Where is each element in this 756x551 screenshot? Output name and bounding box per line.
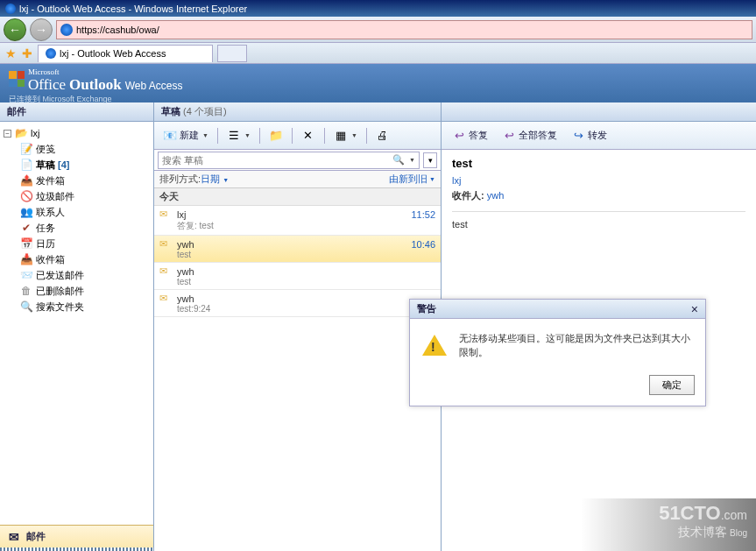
search-scope-dropdown[interactable]: ▼ [409,157,415,163]
watermark: 51CTO.com 技术博客 Blog [659,502,747,540]
search-box[interactable]: 🔍 ▼ [158,152,420,169]
search-folder-icon: 🔍 [19,300,33,314]
close-icon[interactable]: × [691,302,698,316]
junk-icon: 🚫 [19,189,33,203]
sidebar-item-calendar[interactable]: 📅日历 [18,236,152,251]
window-title: lxj - Outlook Web Access - Windows Inter… [19,4,247,14]
reply-all-icon: ↩ [502,129,516,143]
envelope-icon: ✉ [159,208,173,220]
group-header-today: 今天 [154,188,441,206]
message-to-row: 收件人: ywh [452,189,745,202]
new-button[interactable]: 📧新建▼ [158,126,214,145]
message-to: ywh [487,190,505,201]
forward-icon: ↪ [571,129,585,143]
categorize-button[interactable]: ▦▼ [329,126,363,145]
brand-microsoft: Microsoft [28,67,60,76]
view-icon: ☰ [227,129,241,143]
message-list-pane: 草稿 (4 个项目) 📧新建▼ ☰▼ 📁 ✕ ▦▼ 🖨 🔍 ▼ ▾ 排列方式 [154,102,442,551]
forward-button[interactable]: ↪转发 [566,126,612,145]
advanced-search-toggle[interactable]: ▾ [423,152,437,168]
collapse-icon[interactable]: − [4,130,11,138]
sidebar-item-junk[interactable]: 🚫垃圾邮件 [18,188,152,204]
dropdown-arrow-icon: ▼ [202,132,208,138]
address-bar[interactable] [56,20,752,39]
envelope-icon: ✉ [159,293,173,304]
sort-by-link[interactable]: 日期 ▼ [201,173,229,186]
dropdown-arrow-icon: ▼ [244,132,251,138]
search-input[interactable] [162,155,392,166]
category-icon: ▦ [334,129,348,143]
sidebar-item-deleted[interactable]: 🗑已删除邮件 [18,283,152,299]
inbox-icon: 📥 [19,252,33,266]
reply-button[interactable]: ↩答复 [447,126,493,145]
reading-toolbar: ↩答复 ↩全部答复 ↪转发 [442,122,756,150]
message-body: test [452,211,745,230]
contacts-icon: 👥 [19,205,33,219]
alert-dialog: 警告 × 无法移动某些项目。这可能是因为文件夹已达到其大小限制。 确定 [409,299,706,406]
message-from: lxj [452,175,745,186]
brand-office: Office [28,76,66,94]
sidebar-item-sent[interactable]: 📨已发送邮件 [18,267,152,283]
url-input[interactable] [76,25,748,35]
folder-sidebar: 邮件 − 📂 lxj 📝便笺 📄草稿 [4] 📤发件箱 🚫垃圾邮件 👥联系人 ✔… [0,102,154,551]
sidebar-item-tasks[interactable]: ✔任务 [18,220,152,236]
warning-icon [420,331,449,359]
ie-icon [5,4,16,14]
reply-all-button[interactable]: ↩全部答复 [497,126,562,145]
sidebar-item-notes[interactable]: 📝便笺 [18,141,152,157]
favorites-icon[interactable]: ★ [5,46,17,60]
print-icon: 🖨 [376,129,390,143]
browser-titlebar: lxj - Outlook Web Access - Windows Inter… [0,0,756,17]
message-list: ✉lxj11:52 答复: test ✉ywh10:46 test ✉ywh t… [154,206,441,551]
browser-tab[interactable]: lxj - Outlook Web Access [38,45,213,62]
outbox-icon: 📤 [19,173,33,187]
view-button[interactable]: ☰▼ [222,126,256,145]
sent-icon: 📨 [19,268,33,282]
message-subject: test [452,157,745,170]
delete-icon: ✕ [301,129,315,143]
move-icon: 📁 [269,129,283,143]
list-header: 草稿 (4 个项目) [154,102,441,122]
search-row: 🔍 ▼ ▾ [154,150,441,171]
tab-title: lxj - Outlook Web Access [60,48,166,59]
print-button[interactable]: 🖨 [371,126,395,145]
office-logo-icon [9,71,25,87]
brand-webaccess: Web Access [125,80,183,92]
message-item[interactable]: ✉lxj11:52 答复: test [154,206,441,236]
add-favorite-icon[interactable]: ✚ [22,46,32,60]
alert-title: 警告 [417,302,436,315]
message-item[interactable]: ✉ywh test [154,263,441,290]
ie-icon [46,48,56,59]
brand-outlook: Outlook [69,76,122,94]
sidebar-nav-mail[interactable]: ✉ 邮件 [0,525,153,547]
mailbox-icon: 📂 [14,126,28,140]
tree-root[interactable]: − 📂 lxj [2,125,152,141]
sidebar-item-search-folders[interactable]: 🔍搜索文件夹 [18,299,152,314]
resize-handle[interactable] [0,547,153,551]
sidebar-item-contacts[interactable]: 👥联系人 [18,204,152,220]
back-button[interactable]: ← [4,18,26,41]
sidebar-item-drafts[interactable]: 📄草稿 [4] [18,157,152,173]
ok-button[interactable]: 确定 [649,375,695,395]
owa-header: Microsoft Office Outlook Web Access 已连接到… [0,64,756,102]
move-button[interactable]: 📁 [264,126,288,145]
trash-icon: 🗑 [19,284,33,298]
drafts-icon: 📄 [19,158,33,172]
delete-button[interactable]: ✕ [296,126,321,145]
message-item[interactable]: ✉ywh10:46 test [154,236,441,263]
browser-favorites-bar: ★ ✚ lxj - Outlook Web Access [0,43,756,64]
brand-subtitle: 已连接到 Microsoft Exchange [9,94,747,105]
alert-titlebar: 警告 × [410,300,705,319]
sort-direction-link[interactable]: 由新到旧 ▼ [389,173,435,186]
message-item[interactable]: ✉ywh test:9:24 [154,290,441,317]
reading-body: test lxj 收件人: ywh test [442,150,756,237]
sidebar-item-inbox[interactable]: 📥收件箱 [18,251,152,267]
new-tab-button[interactable] [217,45,247,62]
search-icon[interactable]: 🔍 [392,154,408,166]
list-toolbar: 📧新建▼ ☰▼ 📁 ✕ ▦▼ 🖨 [154,122,441,150]
folder-tree: − 📂 lxj 📝便笺 📄草稿 [4] 📤发件箱 🚫垃圾邮件 👥联系人 ✔任务 … [0,122,153,525]
sidebar-item-outbox[interactable]: 📤发件箱 [18,173,152,188]
reply-icon: ↩ [452,129,466,143]
calendar-icon: 📅 [19,237,33,251]
forward-button[interactable]: → [30,18,53,41]
